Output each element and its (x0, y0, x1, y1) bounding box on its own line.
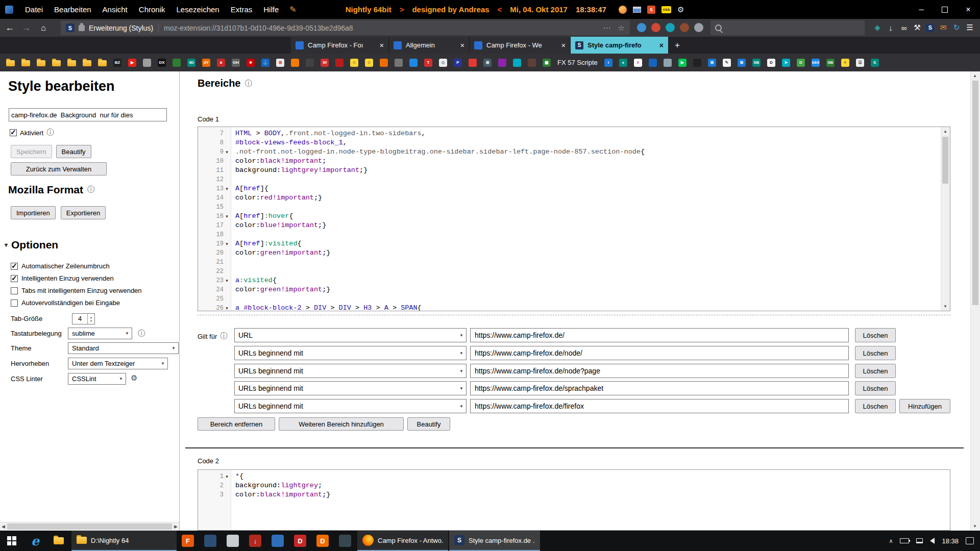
code-text[interactable]: a #block-block-2 > DIV > DIV > H3 > A > … (231, 304, 422, 311)
scrollbar-thumb[interactable] (972, 81, 978, 305)
menu-item[interactable]: Chronik (133, 0, 171, 19)
bookmark-icon[interactable]: 4D (187, 59, 195, 67)
bookmark-folder-icon[interactable] (6, 60, 15, 66)
code-text[interactable]: A[href]:hover{ (231, 212, 293, 221)
code-text[interactable]: .not-front.not-logged-in.node-type-blogb… (231, 147, 645, 157)
bookmark-folder-icon[interactable] (98, 60, 107, 66)
code-text[interactable]: color:red!important;} (231, 193, 322, 203)
add-button[interactable]: Hinzufügen (899, 399, 950, 413)
pinned-app-icon[interactable]: F (182, 535, 194, 547)
applies-url-input[interactable] (470, 328, 849, 342)
code-text[interactable]: A[href]:visited{ (231, 239, 302, 248)
bookmark-star-icon[interactable]: ☆ (618, 23, 625, 33)
code-text[interactable]: *{ (231, 472, 243, 481)
bookmark-icon[interactable]: S (871, 59, 879, 67)
tab-2[interactable]: Allgemein× (389, 37, 470, 54)
code-editor-1[interactable]: 7HTML > BODY,.front.not-logged-in.two-si… (198, 127, 950, 311)
bookmark-icon[interactable] (513, 59, 521, 67)
options-section-header[interactable]: ▾ Optionen (5, 239, 58, 251)
mail-icon[interactable]: ✉ (939, 23, 948, 32)
scroll-right-icon[interactable]: ▶ (174, 524, 178, 529)
bookmark-icon[interactable]: ★ (247, 59, 255, 67)
code-text[interactable] (231, 267, 235, 276)
bookmark-icon[interactable]: SB (826, 59, 835, 67)
bookmark-icon[interactable] (693, 59, 701, 67)
tab-size-stepper[interactable]: 4 ▲▼ (72, 313, 95, 324)
applies-type-select[interactable]: URLs beginnend mit▼ (234, 381, 467, 395)
spinner-arrows-icon[interactable]: ▲▼ (87, 314, 94, 324)
back-button[interactable]: ← (2, 19, 17, 37)
bookmark-icon[interactable] (306, 59, 314, 67)
battery-icon[interactable] (900, 538, 909, 543)
menu-icon[interactable]: ☰ (965, 23, 974, 32)
download-icon[interactable]: ↓ (886, 23, 895, 32)
code-editor-2[interactable]: 1▾*{2background:lightgrey;3color:black!i… (198, 469, 950, 531)
tools-icon[interactable]: ⚒ (913, 23, 922, 32)
fold-marker-icon[interactable]: ▾ (224, 239, 230, 248)
import-button[interactable]: Importieren (11, 206, 56, 219)
menu-item[interactable]: Bearbeiten (48, 0, 97, 19)
bookmark-folder-icon[interactable] (52, 60, 61, 66)
code-text[interactable]: color:green!important;} (231, 248, 330, 258)
info-icon[interactable]: ⓘ (87, 185, 94, 194)
bookmark-icon[interactable]: ⚓ (261, 59, 270, 67)
export-button[interactable]: Exportieren (61, 206, 106, 219)
delete-button[interactable]: Löschen (855, 399, 896, 413)
fold-marker-icon[interactable]: ▾ (224, 184, 230, 193)
bookmark-icon[interactable]: ◇ (439, 59, 447, 67)
applies-url-input[interactable] (470, 364, 849, 378)
tab-3[interactable]: Camp Firefox - We× (470, 37, 571, 54)
editor-scrollbar[interactable]: ▲ ▼ (941, 127, 950, 311)
code-text[interactable]: color:black!important; (231, 157, 326, 166)
bookmark-icon[interactable]: D (797, 59, 805, 67)
linter-select[interactable]: CSSLint ▼ (68, 373, 126, 385)
bookmark-icon[interactable] (498, 59, 506, 67)
applies-url-input[interactable] (470, 399, 849, 413)
url-bar[interactable]: S Erweiterung (Stylus) moz-extension://3… (61, 20, 630, 35)
bookmark-icon[interactable]: ä (217, 59, 225, 67)
addon-icon[interactable] (694, 23, 703, 32)
pinned-app-icon[interactable] (272, 535, 284, 547)
applies-type-select[interactable]: URLs beginnend mit▼ (234, 346, 467, 360)
menu-item[interactable]: Ansicht (97, 0, 133, 19)
tab-close-icon[interactable]: × (380, 41, 384, 49)
delete-button[interactable]: Löschen (855, 346, 896, 360)
bookmark-icon[interactable]: ☺ (350, 59, 358, 67)
firefox-app-icon[interactable] (5, 6, 13, 14)
edge-icon[interactable]: e (23, 531, 47, 551)
add-section-button[interactable]: Weiteren Bereich hinzufügen (279, 417, 404, 431)
bookmark-icon[interactable]: T (424, 59, 432, 67)
refresh-icon[interactable]: ↻ (952, 23, 961, 32)
bookmark-folder-icon[interactable] (21, 60, 30, 66)
bookmark-folder-icon[interactable] (67, 60, 76, 66)
code-text[interactable] (231, 175, 235, 184)
minimize-button[interactable]: ─ (910, 0, 933, 19)
editor-resize-grip[interactable] (198, 315, 950, 315)
stylus-icon[interactable]: S (926, 23, 935, 32)
network-icon[interactable] (916, 538, 923, 543)
bookmark-icon[interactable]: Sf (321, 59, 329, 67)
forward-button[interactable]: → (18, 19, 34, 37)
code-text[interactable]: color:green!important;} (231, 285, 330, 294)
fold-marker-icon[interactable]: ▾ (224, 212, 230, 221)
save-button[interactable]: Speichern (11, 145, 52, 158)
gear-icon[interactable]: ⚙ (677, 5, 684, 14)
volume-icon[interactable] (930, 538, 935, 544)
fold-marker-icon[interactable]: ▾ (224, 472, 230, 481)
enabled-checkbox[interactable] (10, 129, 17, 136)
remove-section-button[interactable]: Bereich entfernen (198, 417, 275, 431)
scroll-left-icon[interactable]: ◀ (2, 524, 5, 529)
tray-chevron-icon[interactable]: ∧ (889, 538, 893, 544)
code-text[interactable] (231, 258, 235, 267)
bookmark-icon[interactable]: ▶ (678, 59, 687, 67)
bookmark-icon[interactable] (395, 59, 403, 67)
code-text[interactable]: HTML > BODY,.front.not-logged-in.two-sid… (231, 129, 426, 138)
delete-button[interactable]: Löschen (855, 328, 896, 342)
beautify-button[interactable]: Beautify (56, 145, 91, 158)
info-icon[interactable]: ⓘ (138, 329, 145, 338)
back-to-manage-button[interactable]: Zurück zum Verwalten (11, 162, 107, 176)
delete-button[interactable]: Löschen (855, 364, 896, 378)
style-name-input[interactable] (9, 108, 167, 121)
beautify-button[interactable]: Beautify (407, 417, 450, 431)
menu-item[interactable]: Datei (19, 0, 48, 19)
